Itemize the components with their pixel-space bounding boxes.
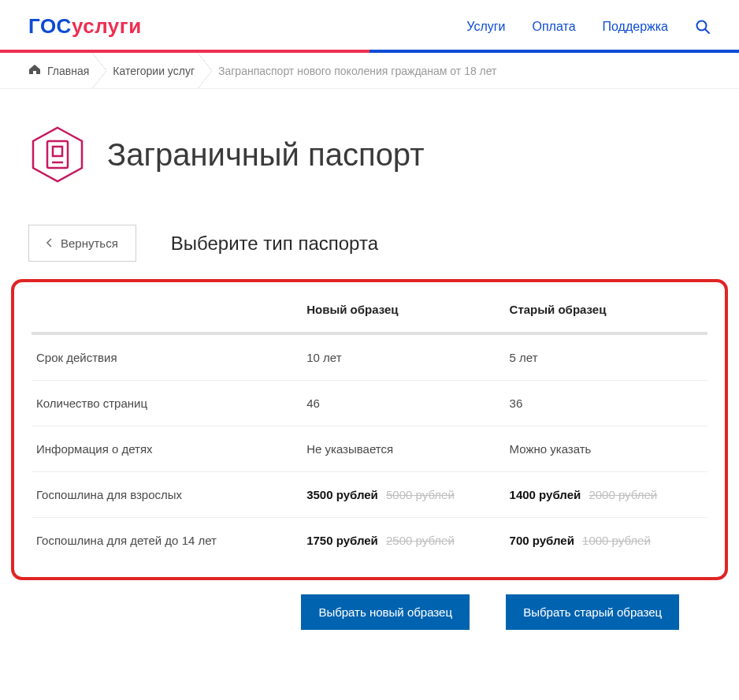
nav-services[interactable]: Услуги: [466, 20, 505, 34]
cell-old: 36: [505, 381, 707, 426]
nav-support[interactable]: Поддержка: [603, 20, 668, 34]
svg-marker-2: [33, 128, 82, 181]
table-row: Срок действия 10 лет 5 лет: [32, 333, 707, 381]
page-title: Заграничный паспорт: [107, 137, 425, 173]
table-row: Количество страниц 46 36: [32, 381, 707, 426]
svg-point-0: [697, 20, 707, 30]
price-current: 700 рублей: [510, 534, 574, 547]
nav-payment[interactable]: Оплата: [532, 20, 575, 34]
cell-new: 46: [302, 381, 504, 426]
col-header-old: Старый образец: [505, 287, 707, 333]
cell-new: 1750 рублей 2500 рублей: [302, 518, 504, 564]
row-label: Количество страниц: [32, 381, 302, 426]
row-label: Госпошлина для взрослых: [32, 472, 302, 518]
breadcrumb: Главная Категории услуг Загранпаспорт но…: [0, 53, 739, 89]
home-icon: [28, 64, 41, 77]
price-current: 1400 рублей: [510, 488, 581, 501]
cell-new: 3500 рублей 5000 рублей: [302, 472, 504, 518]
cell-new: Не указывается: [302, 426, 504, 472]
price-strike: 1000 рублей: [582, 534, 651, 547]
choice-row: Выбрать новый образец Выбрать старый обр…: [0, 580, 739, 649]
choose-old-button[interactable]: Выбрать старый образец: [506, 594, 679, 630]
logo-part-gos: гос: [28, 14, 72, 38]
cell-old: Можно указать: [505, 426, 707, 472]
passport-icon: [28, 125, 87, 184]
row-label: Госпошлина для детей до 14 лет: [32, 518, 302, 564]
price-strike: 2500 рублей: [386, 534, 455, 547]
price-strike: 5000 рублей: [386, 488, 455, 501]
svg-rect-4: [53, 147, 62, 156]
sub-header-row: Вернуться Выберите тип паспорта: [0, 225, 739, 279]
table-row: Информация о детях Не указывается Можно …: [32, 426, 707, 472]
logo-part-uslugi: услуги: [72, 14, 142, 38]
main-nav: Услуги Оплата Поддержка: [466, 19, 711, 35]
price-strike: 2000 рублей: [589, 488, 657, 501]
table-row: Госпошлина для детей до 14 лет 1750 рубл…: [32, 518, 707, 564]
breadcrumb-current-label: Загранпаспорт нового поколения гражданам…: [218, 65, 497, 77]
breadcrumb-categories[interactable]: Категории услуг: [106, 53, 212, 88]
col-header-empty: [32, 287, 302, 333]
col-header-new: Новый образец: [302, 287, 504, 333]
back-button-label: Вернуться: [61, 236, 118, 250]
cell-old: 1400 рублей 2000 рублей: [505, 472, 707, 518]
chevron-left-icon: [46, 236, 53, 250]
cell-old: 5 лет: [505, 333, 707, 381]
choose-new-button[interactable]: Выбрать новый образец: [301, 594, 470, 630]
row-label: Информация о детях: [32, 426, 302, 472]
spacer: [28, 594, 301, 630]
search-icon[interactable]: [695, 19, 711, 35]
page-title-wrap: Заграничный паспорт: [0, 89, 739, 225]
table-row: Госпошлина для взрослых 3500 рублей 5000…: [32, 472, 707, 518]
breadcrumb-current: Загранпаспорт нового поколения гражданам…: [212, 53, 514, 88]
cell-new: 10 лет: [302, 333, 504, 381]
subtitle: Выберите тип паспорта: [171, 233, 378, 255]
breadcrumb-categories-label: Категории услуг: [113, 65, 195, 77]
breadcrumb-home-label: Главная: [47, 65, 89, 77]
svg-rect-3: [47, 141, 68, 168]
back-button[interactable]: Вернуться: [28, 225, 136, 262]
comparison-table: Новый образец Старый образец Срок действ…: [32, 287, 707, 563]
cell-old: 700 рублей 1000 рублей: [505, 518, 707, 564]
svg-line-1: [706, 29, 710, 33]
breadcrumb-home[interactable]: Главная: [28, 53, 106, 88]
row-label: Срок действия: [32, 333, 302, 381]
price-current: 1750 рублей: [306, 534, 378, 547]
price-current: 3500 рублей: [306, 488, 378, 501]
site-header: госуслуги Услуги Оплата Поддержка: [0, 0, 739, 50]
site-logo[interactable]: госуслуги: [28, 14, 142, 39]
comparison-highlight: Новый образец Старый образец Срок действ…: [11, 279, 728, 580]
